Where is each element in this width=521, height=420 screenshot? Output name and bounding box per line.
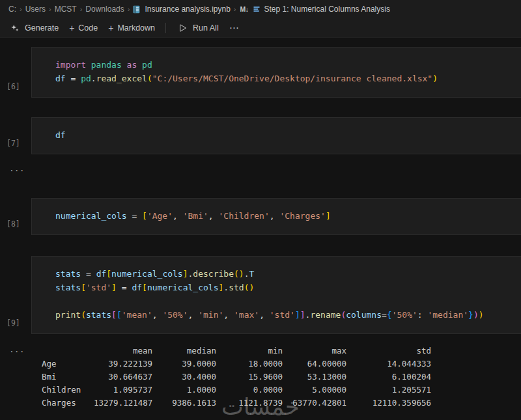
output-cell: 53.13000 [283,371,346,384]
code-token: ) [479,310,484,320]
code-token: [ [142,283,147,292]
chevron-right-icon: › [18,5,23,13]
generate-button[interactable]: Generate [9,23,59,33]
output-body-empty [31,163,521,176]
notebook-cell: [9] stats = df[numerical_cols].describe(… [0,256,521,334]
code-editor[interactable]: df [31,117,521,154]
code-line: stats = df[numerical_cols].describe().T [55,267,516,281]
collapsed-output-indicator[interactable]: ... [9,344,24,354]
output-cell: 30.664637 [94,371,152,384]
run-all-button[interactable]: Run All [176,23,219,33]
code-editor[interactable]: numerical_cols = ['Age', 'Bmi', 'Childre… [31,198,521,235]
notebook-cell: [8] numerical_cols = ['Age', 'Bmi', 'Chi… [0,198,521,235]
more-actions-button[interactable]: ⋯ [229,22,240,34]
output-row: Charges13279.1214879386.16131121.8739637… [42,397,521,410]
breadcrumb-segment-mcst[interactable]: MCST [53,5,79,14]
output-cell: 12110.359656 [346,397,431,410]
output-cell: 9386.1613 [152,397,216,410]
code-token: "C:/Users/MCST/OneDrive/Desktop/insuranc… [152,74,432,83]
output-area: meanmedianminmaxstdAge39.22213939.000018… [31,344,521,410]
code-token: T [249,269,254,279]
code-token: , [223,310,234,320]
collapsed-output-indicator[interactable]: ... [9,163,24,173]
output-row-label: Bmi [42,371,94,384]
code-token: ] [111,283,117,292]
add-code-button[interactable]: + Code [69,23,98,33]
code-token: ) [473,310,479,320]
code-token: pandas [91,60,122,70]
breadcrumb-section[interactable]: Step 1: Numerical Columns Analysis [262,5,392,14]
code-token: . [223,283,229,292]
add-markdown-button[interactable]: + Markdown [108,23,155,33]
output-gutter: ... [0,163,31,176]
code-token: ) [432,74,438,83]
output-row: Children1.0957371.00000.00005.000001.205… [42,384,521,397]
chevron-right-icon: › [232,5,238,13]
code-token: df [55,130,66,140]
code-token: ( [147,74,152,83]
ellipsis-icon: ⋯ [229,22,240,34]
breadcrumb-file[interactable]: Insurance analysis.ipynb [143,5,232,14]
cell-gutter: [6] [0,47,31,98]
code-token: 'max' [234,310,259,320]
notebook-cell: [6] import pandas as pddf = pd.read_exce… [0,47,521,98]
code-token: , [208,211,219,221]
code-token: 'median' [427,310,468,320]
breadcrumb-bar: C: › Users › MCST › Downloads › Insuranc… [0,0,521,18]
code-token: [ [117,310,122,320]
code-editor[interactable]: stats = df[numerical_cols].describe().Ts… [31,256,521,334]
output-cell: 1.095737 [94,384,152,397]
output-row: Age39.22213939.000018.000064.0000014.044… [42,357,521,371]
code-token: '50%' [392,310,417,320]
chevron-right-icon: › [79,5,84,13]
code-token: df [55,74,66,83]
output-cell: 1121.8739 [216,397,283,410]
code-token: [ [111,310,117,320]
code-token: 'min' [198,310,223,320]
code-token: { [387,310,392,320]
code-token: stats [55,269,81,279]
code-token: 'Age' [147,211,173,221]
code-token: pd [142,60,152,70]
code-token: import [55,60,86,70]
generate-label: Generate [25,23,59,33]
code-token: , [270,211,280,221]
output-table: meanmedianminmaxstdAge39.22213939.000018… [42,344,521,410]
code-editor[interactable]: import pandas as pddf = pd.read_excel("C… [31,47,521,98]
output-header-cell: mean [94,344,152,357]
code-token: ] [300,310,305,320]
code-token: ] [326,211,331,221]
output-header-cell: median [152,344,216,357]
code-token: ) [249,283,254,292]
breadcrumb-segment-downloads[interactable]: Downloads [83,5,126,14]
output-header-cell: max [283,344,346,357]
output-cell: 14.044333 [346,357,431,371]
code-line: df [55,128,516,142]
sparkle-icon [10,23,19,32]
code-token [122,60,127,70]
execution-count: [9] [7,318,20,328]
code-token: , [188,310,199,320]
plus-icon: + [108,23,113,33]
code-token: '50%' [162,310,188,320]
code-token: describe [193,269,234,279]
code-token: ] [295,310,300,320]
cell-gutter: [8] [0,198,31,235]
code-token: = [127,211,142,221]
notebook-toolbar: Generate + Code + Markdown Run All ⋯ [0,18,521,38]
code-line: df = pd.read_excel("C:/Users/MCST/OneDri… [55,72,516,85]
add-code-label: Code [78,23,98,33]
breadcrumb-segment-users[interactable]: Users [23,5,48,14]
code-token: = [117,283,132,292]
output-cell: 18.0000 [216,357,283,371]
code-token: std [229,283,244,292]
breadcrumb-segment-drive[interactable]: C: [7,5,18,14]
code-token: [ [106,269,111,279]
chevron-right-icon: › [48,5,53,13]
code-token: ) [239,269,244,279]
output-header-cell: std [346,344,431,357]
code-token: stats [86,310,111,320]
code-line: print(stats[['mean', '50%', 'min', 'max'… [55,308,516,322]
code-token: = [81,269,96,279]
code-token: df [96,269,107,279]
